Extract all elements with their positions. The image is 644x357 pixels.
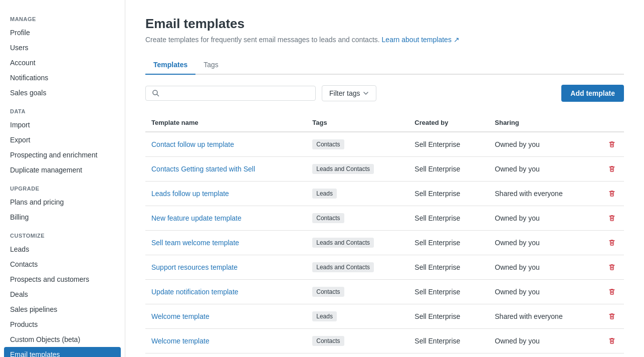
cell-tag: Contacts bbox=[306, 132, 408, 157]
delete-button[interactable] bbox=[606, 138, 618, 150]
template-name-link[interactable]: Contact follow up template bbox=[151, 140, 234, 148]
col-header-tags: Tags bbox=[306, 114, 408, 132]
add-template-button[interactable]: Add template bbox=[561, 85, 624, 102]
data-section-label: Data bbox=[0, 100, 125, 117]
tag-badge: Contacts bbox=[312, 287, 344, 297]
sidebar-item-duplicate[interactable]: Duplicate management bbox=[0, 162, 125, 177]
cell-created-by: Sell Enterprise bbox=[408, 182, 489, 206]
sidebar-item-users[interactable]: Users bbox=[0, 40, 125, 55]
sidebar-item-email-templates[interactable]: Email templates bbox=[4, 347, 121, 357]
template-name-link[interactable]: Welcome template bbox=[151, 337, 209, 345]
cell-name: Contacts Getting started with Sell bbox=[145, 157, 306, 182]
sidebar-item-profile[interactable]: Profile bbox=[0, 25, 125, 40]
cell-actions bbox=[600, 157, 624, 182]
cell-tag: Contacts bbox=[306, 280, 408, 304]
sidebar: Manage Profile Users Account Notificatio… bbox=[0, 0, 125, 357]
trash-icon bbox=[608, 263, 616, 271]
template-name-link[interactable]: Support resources template bbox=[151, 263, 238, 271]
cell-created-by: Sell Enterprise bbox=[408, 132, 489, 157]
templates-table-container: Template name Tags Created by Sharing Co… bbox=[145, 114, 624, 353]
col-header-created-by: Created by bbox=[408, 114, 489, 132]
cell-name: Welcome template bbox=[145, 329, 306, 353]
delete-button[interactable] bbox=[606, 163, 618, 175]
customize-section-label: Customize bbox=[0, 225, 125, 242]
delete-button[interactable] bbox=[606, 188, 618, 200]
cell-actions bbox=[600, 280, 624, 304]
sidebar-item-import[interactable]: Import bbox=[0, 117, 125, 132]
sidebar-item-leads[interactable]: Leads bbox=[0, 242, 125, 257]
chevron-down-icon bbox=[363, 90, 369, 96]
cell-sharing: Owned by you bbox=[489, 231, 600, 255]
cell-actions bbox=[600, 231, 624, 255]
table-row: Sell team welcome template Leads and Con… bbox=[145, 231, 624, 255]
manage-section-label: Manage bbox=[0, 8, 125, 25]
cell-sharing: Owned by you bbox=[489, 132, 600, 157]
table-row: Support resources template Leads and Con… bbox=[145, 255, 624, 280]
cell-name: Sell team welcome template bbox=[145, 231, 306, 255]
tab-tags[interactable]: Tags bbox=[195, 56, 227, 75]
cell-tag: Contacts bbox=[306, 329, 408, 353]
cell-created-by: Sell Enterprise bbox=[408, 280, 489, 304]
cell-name: Update notification template bbox=[145, 280, 306, 304]
template-name-link[interactable]: Leads follow up template bbox=[151, 190, 229, 198]
tabs-container: Templates Tags bbox=[145, 56, 624, 75]
sidebar-item-contacts[interactable]: Contacts bbox=[0, 257, 125, 272]
delete-button[interactable] bbox=[606, 237, 618, 249]
table-row: Welcome template Contacts Sell Enterpris… bbox=[145, 329, 624, 353]
cell-name: Leads follow up template bbox=[145, 182, 306, 206]
sidebar-item-notifications[interactable]: Notifications bbox=[0, 70, 125, 85]
cell-actions bbox=[600, 182, 624, 206]
sidebar-item-account[interactable]: Account bbox=[0, 55, 125, 70]
col-header-name: Template name bbox=[145, 114, 306, 132]
tag-badge: Leads and Contacts bbox=[312, 262, 374, 272]
delete-button[interactable] bbox=[606, 310, 618, 322]
cell-sharing: Shared with everyone bbox=[489, 304, 600, 329]
cell-sharing: Owned by you bbox=[489, 280, 600, 304]
table-row: New feature update template Contacts Sel… bbox=[145, 206, 624, 231]
svg-line-1 bbox=[157, 94, 159, 96]
delete-button[interactable] bbox=[606, 286, 618, 298]
toolbar: Filter tags Add template bbox=[145, 85, 624, 102]
sidebar-item-sales-pipelines[interactable]: Sales pipelines bbox=[0, 302, 125, 317]
template-name-link[interactable]: New feature update template bbox=[151, 214, 242, 222]
sidebar-item-products[interactable]: Products bbox=[0, 317, 125, 332]
upgrade-section-label: Upgrade bbox=[0, 177, 125, 195]
template-name-link[interactable]: Update notification template bbox=[151, 288, 239, 296]
template-name-link[interactable]: Contacts Getting started with Sell bbox=[151, 165, 255, 173]
sidebar-item-custom-objects[interactable]: Custom Objects (beta) bbox=[0, 332, 125, 347]
table-row: Contacts Getting started with Sell Leads… bbox=[145, 157, 624, 182]
cell-created-by: Sell Enterprise bbox=[408, 206, 489, 231]
sidebar-item-billing[interactable]: Billing bbox=[0, 210, 125, 225]
filter-tags-button[interactable]: Filter tags bbox=[322, 85, 376, 101]
template-name-link[interactable]: Welcome template bbox=[151, 312, 209, 320]
delete-button[interactable] bbox=[606, 261, 618, 273]
sidebar-item-prospects[interactable]: Prospects and customers bbox=[0, 272, 125, 287]
tag-badge: Contacts bbox=[312, 213, 344, 223]
tag-badge: Leads bbox=[312, 311, 337, 321]
trash-icon bbox=[608, 239, 616, 247]
learn-link[interactable]: Learn about templates ↗ bbox=[382, 36, 460, 44]
search-input[interactable] bbox=[164, 89, 309, 97]
trash-icon bbox=[608, 214, 616, 222]
table-row: Leads follow up template Leads Sell Ente… bbox=[145, 182, 624, 206]
cell-actions bbox=[600, 206, 624, 231]
sidebar-item-sales-goals[interactable]: Sales goals bbox=[0, 85, 125, 100]
tag-badge: Leads bbox=[312, 189, 337, 199]
trash-icon bbox=[608, 337, 616, 345]
tag-badge: Contacts bbox=[312, 139, 344, 149]
cell-tag: Leads bbox=[306, 182, 408, 206]
cell-name: Welcome template bbox=[145, 304, 306, 329]
sidebar-item-export[interactable]: Export bbox=[0, 132, 125, 147]
delete-button[interactable] bbox=[606, 335, 618, 347]
search-container bbox=[145, 86, 316, 101]
sidebar-item-prospecting[interactable]: Prospecting and enrichment bbox=[0, 147, 125, 162]
template-name-link[interactable]: Sell team welcome template bbox=[151, 239, 239, 247]
tab-templates[interactable]: Templates bbox=[145, 56, 195, 75]
sidebar-item-deals[interactable]: Deals bbox=[0, 287, 125, 302]
sidebar-item-plans[interactable]: Plans and pricing bbox=[0, 195, 125, 210]
delete-button[interactable] bbox=[606, 212, 618, 224]
table-row: Contact follow up template Contacts Sell… bbox=[145, 132, 624, 157]
svg-point-0 bbox=[153, 90, 157, 95]
templates-table: Template name Tags Created by Sharing Co… bbox=[145, 114, 624, 353]
trash-icon bbox=[608, 140, 616, 148]
